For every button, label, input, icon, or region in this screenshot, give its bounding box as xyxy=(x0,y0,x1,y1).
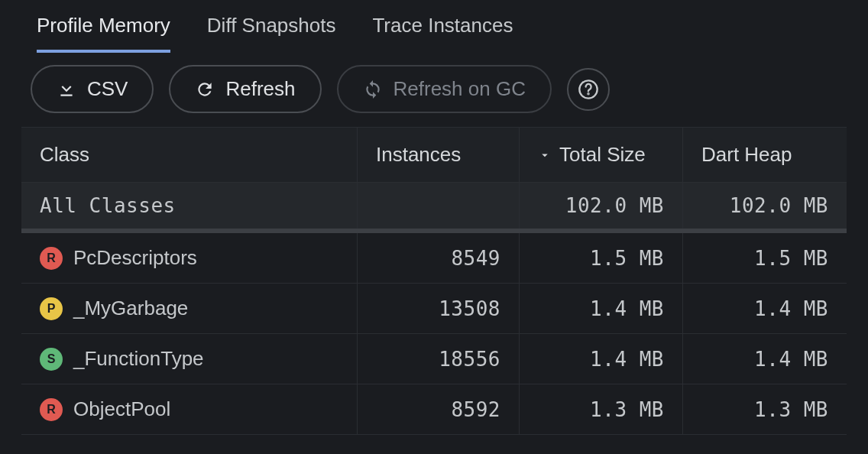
header-dart-heap[interactable]: Dart Heap xyxy=(683,128,847,182)
table-header: Class Instances Total Size Dart Heap xyxy=(21,128,847,183)
class-cell: P_MyGarbage xyxy=(21,284,358,333)
header-total-size-label: Total Size xyxy=(559,143,646,167)
instances-cell: 8549 xyxy=(358,233,520,283)
summary-row[interactable]: All Classes 102.0 MB 102.0 MB xyxy=(21,183,847,233)
chevron-down-icon xyxy=(538,148,552,162)
header-instances[interactable]: Instances xyxy=(358,128,520,182)
dart-heap-cell: 1.3 MB xyxy=(683,384,847,434)
summary-label: All Classes xyxy=(21,183,358,229)
help-icon xyxy=(578,79,599,100)
total-size-cell: 1.5 MB xyxy=(520,233,683,283)
class-cell: RObjectPool xyxy=(21,384,358,434)
csv-button[interactable]: CSV xyxy=(31,65,154,113)
class-badge: R xyxy=(40,398,63,421)
class-name: PcDescriptors xyxy=(73,246,197,270)
download-icon xyxy=(57,79,76,99)
summary-instances xyxy=(358,183,520,229)
dart-heap-cell: 1.4 MB xyxy=(683,334,847,384)
class-badge: P xyxy=(40,297,63,320)
tab-profile-memory[interactable]: Profile Memory xyxy=(37,14,170,53)
refresh-gc-label: Refresh on GC xyxy=(394,77,526,101)
table-row[interactable]: P_MyGarbage135081.4 MB1.4 MB xyxy=(21,284,847,334)
summary-total: 102.0 MB xyxy=(520,183,683,229)
table-row[interactable]: S_FunctionType185561.4 MB1.4 MB xyxy=(21,334,847,384)
refresh-icon xyxy=(195,79,215,99)
tab-trace-instances[interactable]: Trace Instances xyxy=(372,14,513,53)
class-badge: R xyxy=(40,247,63,270)
class-name: _MyGarbage xyxy=(73,297,188,320)
class-badge: S xyxy=(40,348,63,371)
total-size-cell: 1.3 MB xyxy=(520,384,683,434)
tab-diff-snapshots[interactable]: Diff Snapshots xyxy=(207,14,336,53)
header-class[interactable]: Class xyxy=(21,128,358,182)
toolbar: CSV Refresh Refresh on GC xyxy=(0,53,868,127)
total-size-cell: 1.4 MB xyxy=(520,284,683,333)
help-button[interactable] xyxy=(567,68,610,111)
refresh-button[interactable]: Refresh xyxy=(169,65,321,113)
total-size-cell: 1.4 MB xyxy=(520,334,683,384)
sync-icon xyxy=(363,79,383,99)
memory-table: Class Instances Total Size Dart Heap All… xyxy=(21,127,847,435)
summary-heap: 102.0 MB xyxy=(683,183,847,229)
dart-heap-cell: 1.5 MB xyxy=(683,233,847,283)
csv-label: CSV xyxy=(87,77,128,101)
tab-bar: Profile Memory Diff Snapshots Trace Inst… xyxy=(0,0,868,53)
class-cell: S_FunctionType xyxy=(21,334,358,384)
header-total-size[interactable]: Total Size xyxy=(520,128,683,182)
class-name: ObjectPool xyxy=(73,397,170,421)
refresh-label: Refresh xyxy=(225,77,295,101)
class-cell: RPcDescriptors xyxy=(21,233,358,283)
class-name: _FunctionType xyxy=(73,347,204,371)
dart-heap-cell: 1.4 MB xyxy=(683,284,847,333)
table-row[interactable]: RObjectPool85921.3 MB1.3 MB xyxy=(21,384,847,435)
instances-cell: 8592 xyxy=(358,384,520,434)
svg-point-1 xyxy=(588,93,588,94)
table-row[interactable]: RPcDescriptors85491.5 MB1.5 MB xyxy=(21,233,847,284)
instances-cell: 18556 xyxy=(358,334,520,384)
refresh-on-gc-button[interactable]: Refresh on GC xyxy=(337,65,552,113)
instances-cell: 13508 xyxy=(358,284,520,333)
